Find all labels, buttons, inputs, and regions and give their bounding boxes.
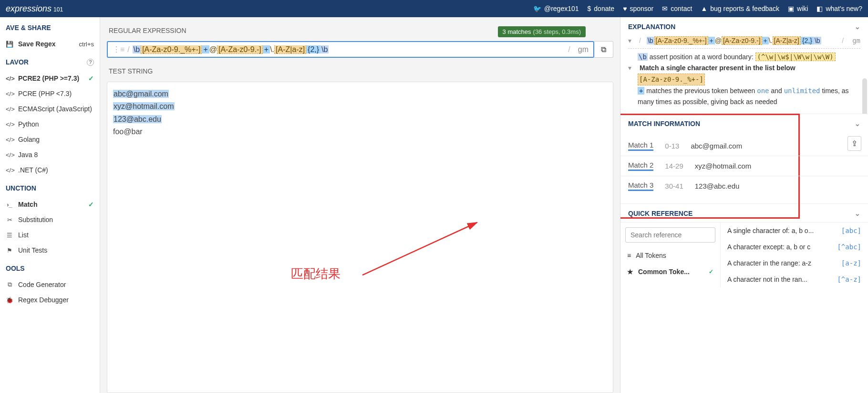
test-string-input[interactable]: abc@gmail.comxyz@hotmail.com123@abc.eduf… xyxy=(107,82,613,393)
tool-label: Regex Debugger xyxy=(18,296,69,304)
logo-text: expressions xyxy=(6,4,52,13)
match-range: 14-29 xyxy=(665,162,683,170)
test-line: xyz@hotmail.com xyxy=(113,100,607,113)
chevron-down-icon[interactable]: ⌄ xyxy=(855,23,860,31)
top-link[interactable]: ▲bug reports & feedback xyxy=(701,5,779,12)
tool-item[interactable]: 🐞Regex Debugger xyxy=(0,292,100,308)
top-link[interactable]: ✉contact xyxy=(662,5,692,12)
function-item[interactable]: ›_Match✓ xyxy=(0,197,100,212)
function-label: Match xyxy=(18,201,37,208)
save-icon: 💾 xyxy=(6,41,13,48)
save-shortcut: ctrl+s xyxy=(79,41,94,48)
tool-item[interactable]: ⧉Code Generator xyxy=(0,277,100,292)
flavor-item[interactable]: </>Java 8 xyxy=(0,147,100,162)
function-label: Substitution xyxy=(18,216,53,223)
quickref-header[interactable]: QUICK REFERENCE ⌄ xyxy=(620,203,868,222)
link-icon: 🐦 xyxy=(533,5,541,12)
chevron-down-icon[interactable]: ⌄ xyxy=(855,210,860,217)
quickref-category[interactable]: ★Common Toke...✓ xyxy=(620,264,720,280)
match-row[interactable]: Match 10-13abc@gmail.com xyxy=(620,136,868,156)
top-links: 🐦@regex101$donate♥sponsor✉contact▲bug re… xyxy=(533,5,862,12)
export-button[interactable]: ⇪ xyxy=(847,136,861,151)
save-regex-button[interactable]: 💾 Save Regex ctrl+s xyxy=(0,36,100,52)
scrollbar[interactable] xyxy=(862,78,867,114)
tool-icon: ⧉ xyxy=(6,281,13,288)
match-label: Match 1 xyxy=(628,141,653,151)
quickref-entry[interactable]: A character except: a, b or c[^abc] xyxy=(721,239,868,255)
test-line: abc@gmail.com xyxy=(113,88,607,100)
match-info-body: ⇪ Match 10-13abc@gmail.comMatch 214-29xy… xyxy=(620,132,868,203)
match-row[interactable]: Match 330-41123@abc.edu xyxy=(620,176,868,196)
ref-code: [a-z] xyxy=(841,259,861,267)
quickref-body: ≡All Tokens★Common Toke...✓ A single cha… xyxy=(620,222,868,287)
flavor-label: Python xyxy=(18,120,39,128)
code-icon: </> xyxy=(6,121,13,128)
tool-icon: 🐞 xyxy=(6,297,13,304)
flavor-item[interactable]: </>ECMAScript (JavaScript) xyxy=(0,101,100,117)
function-item[interactable]: ✂Substitution xyxy=(0,212,100,227)
match-info-header[interactable]: MATCH INFORMATION ⌄ xyxy=(620,114,868,132)
flavor-label: ECMAScript (JavaScript) xyxy=(18,105,92,113)
check-icon: ✓ xyxy=(709,268,713,275)
ref-desc: A character not in the ran... xyxy=(727,276,807,283)
copy-icon: ⧉ xyxy=(601,45,606,54)
flavor-label: PCRE (PHP <7.3) xyxy=(18,90,72,97)
editor-area: REGULAR EXPRESSION 3 matches(36 steps, 0… xyxy=(100,17,620,393)
explanation-header[interactable]: EXPLANATION ⌄ xyxy=(620,17,868,35)
function-header: UNCTION xyxy=(0,178,100,197)
flavor-item[interactable]: </>PCRE (PHP <7.3) xyxy=(0,86,100,101)
quickref-entry[interactable]: A character not in the ran...[^a-z] xyxy=(721,271,868,287)
check-icon: ✓ xyxy=(88,201,94,208)
code-icon: </> xyxy=(6,90,13,97)
export-icon: ⇪ xyxy=(851,139,858,148)
flavor-item[interactable]: </>PCRE2 (PHP >=7.3)✓ xyxy=(0,71,100,86)
link-icon: ▲ xyxy=(701,5,707,12)
match-row[interactable]: Match 214-29xyz@hotmail.com xyxy=(620,156,868,176)
ref-desc: A single character of: a, b o... xyxy=(727,227,814,234)
matches-badge: 3 matches(36 steps, 0.3ms) xyxy=(498,26,586,37)
flavor-label: Golang xyxy=(18,136,40,143)
regex-flags[interactable]: gm xyxy=(578,45,589,54)
link-icon: ✉ xyxy=(662,5,668,12)
link-icon: $ xyxy=(588,5,591,12)
top-link[interactable]: ◧what's new? xyxy=(816,5,862,12)
regex-input[interactable]: ⋮≡ / \b[A-Za-z0-9._%+-]+@[A-Za-z0-9.-]+\… xyxy=(107,41,594,58)
function-item[interactable]: ☰List xyxy=(0,227,100,243)
menu-icon[interactable]: ⋮≡ xyxy=(113,45,124,54)
link-icon: ◧ xyxy=(816,5,823,12)
flavor-item[interactable]: </>Python xyxy=(0,117,100,132)
right-panel: EXPLANATION ⌄ ▾ / \b[A-Za-z0-9._%+-]+@[A… xyxy=(620,17,868,393)
top-link[interactable]: $donate xyxy=(588,5,615,12)
chevron-down-icon[interactable]: ⌄ xyxy=(855,120,860,127)
top-link[interactable]: 🐦@regex101 xyxy=(533,5,579,12)
match-text: xyz@hotmail.com xyxy=(695,162,752,170)
code-icon: </> xyxy=(6,167,13,174)
test-line: foo@bar xyxy=(113,126,607,138)
save-regex-label: Save Regex xyxy=(18,40,56,48)
function-label: List xyxy=(18,231,29,239)
tool-label: Code Generator xyxy=(18,281,66,288)
help-icon[interactable]: ? xyxy=(87,59,94,66)
copy-regex-button[interactable]: ⧉ xyxy=(594,41,613,58)
code-icon: </> xyxy=(6,106,13,113)
code-icon: </> xyxy=(6,75,13,82)
quickref-category[interactable]: ≡All Tokens xyxy=(620,247,720,264)
flavor-label: PCRE2 (PHP >=7.3) xyxy=(18,74,79,82)
ref-desc: A character except: a, b or c xyxy=(727,243,810,251)
category-icon: ★ xyxy=(627,268,633,276)
flavor-label: Java 8 xyxy=(18,151,38,159)
code-icon: </> xyxy=(6,151,13,159)
quickref-entry[interactable]: A character in the range: a-z[a-z] xyxy=(721,255,868,271)
function-item[interactable]: ⚑Unit Tests xyxy=(0,243,100,258)
match-text: abc@gmail.com xyxy=(691,142,742,150)
quickref-entry[interactable]: A single character of: a, b o...[abc] xyxy=(721,223,868,239)
flavor-item[interactable]: </>Golang xyxy=(0,132,100,147)
search-input[interactable] xyxy=(625,227,715,243)
match-range: 30-41 xyxy=(665,182,683,190)
explanation-body: ▾ / \b[A-Za-z0-9._%+-]+@[A-Za-z0-9.-]+\.… xyxy=(620,35,868,114)
top-link[interactable]: ♥sponsor xyxy=(623,5,653,12)
check-icon: ✓ xyxy=(88,74,94,82)
flavor-item[interactable]: </>.NET (C#) xyxy=(0,162,100,178)
top-navbar: expressions101 🐦@regex101$donate♥sponsor… xyxy=(0,0,868,17)
top-link[interactable]: ▣wiki xyxy=(788,5,808,12)
